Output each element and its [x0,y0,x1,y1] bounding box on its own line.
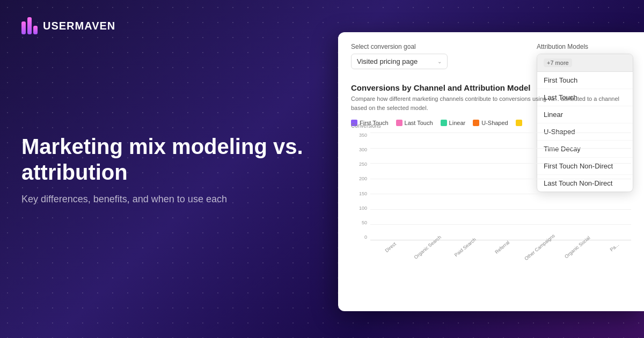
y-label-100: 100 [359,205,367,211]
logo-bar-1 [21,21,26,34]
conversion-goal-value: Visited pricing page [357,57,418,65]
y-label-50: 50 [362,220,367,225]
sub-heading: Key differences, benefits, and when to u… [21,194,322,205]
dropdown-header: +7 more [537,54,633,72]
legend-label-linear: Linear [449,120,466,126]
logo-icon [21,17,38,34]
conversion-goal-select[interactable]: Visited pricing page ⌄ [351,54,448,69]
chart-desc: Compare how different marketing channels… [351,94,619,112]
logo-area: USERMAVEN [21,17,115,34]
conversion-goal-label: Select conversion goal [351,43,448,50]
chevron-down-icon: ⌄ [437,58,442,64]
bar-chart: Conversions 350 [351,133,631,283]
legend-item-u-shaped: U-Shaped [473,120,508,126]
y-label-300: 300 [359,147,367,152]
chart-legend: First Touch Last Touch Linear U-Shaped [351,120,631,126]
legend-color-last-touch [396,120,402,126]
attribution-models-label: Attribution Models [537,32,644,50]
gridline-8 [370,240,631,240]
chart-title: Conversions by Channel and Attribution M… [351,83,631,92]
legend-color-linear [441,120,447,126]
legend-color-u-shaped [473,120,479,126]
x-axis-labels: DirectOrganic SearchPaid SearchReferralO… [370,242,631,251]
y-label-200: 200 [359,176,367,181]
ui-panel: Select conversion goal Visited pricing p… [338,32,644,311]
logo-bar-2 [27,17,32,34]
chart-section: Conversions by Channel and Attribution M… [338,83,644,311]
y-axis-title: Conversions [351,123,381,129]
legend-label-u-shaped: U-Shaped [481,120,508,126]
legend-label-last-touch: Last Touch [405,120,433,126]
y-label-0: 0 [364,234,367,240]
legend-item-extra [516,120,524,126]
y-label-150: 150 [359,191,367,196]
conversion-goal-row: Select conversion goal Visited pricing p… [351,43,631,69]
y-label-350: 350 [359,133,367,138]
legend-item-last-touch: Last Touch [396,120,433,126]
main-heading: Marketing mix modeling vs. attribution [21,134,322,185]
legend-color-extra [516,120,522,126]
legend-item-linear: Linear [441,120,466,126]
left-content: Marketing mix modeling vs. attribution K… [21,134,322,205]
more-tag: +7 more [544,58,572,67]
conversion-goal-section: Select conversion goal Visited pricing p… [351,43,448,69]
y-label-250: 250 [359,161,367,167]
y-axis-labels: 350 300 250 200 150 100 50 0 [351,133,369,240]
bars-area [370,133,631,240]
logo-bar-3 [33,26,38,34]
logo-text: USERMAVEN [43,20,115,32]
chart-plot-area: Conversions 350 [351,133,631,240]
